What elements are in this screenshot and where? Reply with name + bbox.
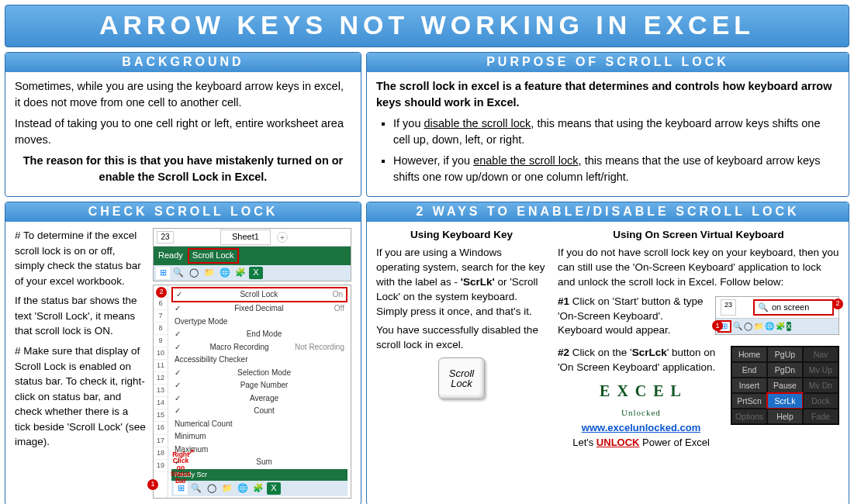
logo-sub: Unlocked (621, 408, 661, 417)
osk-key-pgup: PgUp (767, 347, 803, 362)
context-menu-item: Average (171, 392, 347, 406)
cortana-icon: ◯ (744, 321, 752, 332)
add-sheet-icon: + (277, 232, 288, 243)
search-box: 🔍 on screen (753, 299, 834, 316)
text: Click on 'Start' button & type 'On-Scree… (558, 295, 704, 337)
status-bar-mock: 23 Sheet1 + Ready Scroll Lock ⊞ 🔍 ◯ (153, 228, 351, 281)
text: disable the scroll lock (424, 117, 531, 129)
context-menu-item: Scroll LockOn (171, 287, 347, 303)
osk-key-help: Help (767, 409, 803, 424)
ways-left-title: Using Keyboard Key (376, 228, 547, 243)
check-p3: # Make sure that display of Scroll Lock … (15, 343, 147, 450)
scroll-lock-keycap: Scroll Lock (438, 357, 485, 399)
badge-2: 2 (832, 299, 843, 309)
badge-2: 2 (156, 287, 167, 298)
folder-icon: 📁 (202, 267, 216, 279)
excel-icon: X (787, 322, 791, 332)
ways-right-intro: If you do not have scroll lock key on yo… (558, 246, 839, 290)
brand-url[interactable]: www.excelunlocked.com (558, 421, 724, 435)
search-icon: 🔍 (733, 321, 742, 332)
search-icon: 🔍 (171, 267, 185, 279)
ways-step1: #1 Click on 'Start' button & type 'On-Sc… (558, 295, 709, 339)
status-scroll-lock: Scroll Lock (188, 248, 239, 264)
status-bar: Ready Scr (171, 469, 347, 481)
check-header: CHECK SCROLL LOCK (5, 202, 361, 222)
ways-osk-col: Using On Screen Virtual Keyboard If you … (558, 228, 839, 450)
context-menu-item: Minimum (171, 430, 347, 444)
start-search-mock: 23 🔍 on screen 2 1 ⊞ 🔍 (715, 296, 839, 335)
background-header: BACKGROUND (5, 53, 361, 72)
excel-icon: X (249, 267, 263, 279)
context-menu-item: Macro RecordingNot Recording (171, 341, 347, 354)
context-menu-item: Accessibility Checker (171, 354, 347, 367)
ways-right-title: Using On Screen Virtual Keyboard (558, 228, 839, 243)
row-number: 6 (154, 298, 168, 310)
folder-icon: 📁 (754, 321, 763, 332)
text: 'ScrLk' (461, 276, 495, 288)
status-ready: Ready (158, 250, 183, 262)
ways-left-p1: If you are using a Windows operating sys… (376, 246, 547, 319)
osk-key-insert: Insert (731, 378, 767, 393)
row-number: 18 (154, 447, 168, 460)
text: enable the scroll lock (473, 154, 578, 167)
text: Click on the ' (569, 347, 632, 358)
context-menu-item: Numerical Count (171, 418, 347, 431)
osk-key-options: Options (731, 409, 767, 424)
row-number: 23 (157, 231, 174, 244)
brand-logo: E X C E L Unlocked (558, 380, 724, 421)
background-reason: The reason for this is that you have mis… (15, 153, 351, 185)
brand-tagline: Let's UNLOCK Power of Excel (558, 436, 724, 450)
osk-key-fade: Fade (803, 409, 838, 424)
text: UNLOCK (596, 437, 640, 448)
right-click-label: Right Click on Status Bar (169, 451, 192, 485)
text: #1 (558, 295, 569, 307)
windows-icon: ⊞ (156, 267, 170, 279)
row-num: 23 (721, 299, 736, 316)
context-menu-item: End Mode (171, 328, 347, 341)
row-number: 9 (154, 335, 168, 347)
osk-key-pause: Pause (767, 378, 803, 393)
row-number: 13 (154, 385, 168, 397)
osk-key-mv-up: Mv Up (803, 362, 838, 378)
text: Let's (572, 437, 596, 448)
context-menu-item: Maximum (171, 444, 347, 457)
row-number: 12 (154, 372, 168, 385)
osk-key-mv-dn: Mv Dn (803, 378, 838, 393)
background-p1: Sometimes, while you are using the keybo… (15, 78, 351, 111)
check-p2: If the status bar shows the text 'Scroll… (15, 293, 147, 339)
purpose-li1: If you disable the scroll lock, this mea… (393, 116, 839, 148)
context-menu-item: Selection Mode (171, 367, 347, 380)
purpose-panel: PURPOSE OF SCROLL LOCK The scroll lock i… (366, 52, 849, 197)
edge-icon: 🌐 (218, 267, 232, 279)
badge-1: 1 (712, 320, 723, 331)
taskbar: ⊞🔍◯📁🌐🧩X (171, 481, 347, 496)
text: However, if you (393, 154, 473, 167)
check-panel: CHECK SCROLL LOCK # To determine if the … (5, 202, 361, 504)
row-number: 17 (154, 435, 168, 447)
search-icon: 🔍 (758, 302, 769, 313)
logo-text: E X C E L (600, 382, 683, 399)
row-number: 19 (154, 460, 168, 472)
cortana-icon: ◯ (187, 267, 201, 279)
context-menu-mock: 5678910111213141516171819 2 1 ↗ Right Cl… (153, 285, 351, 499)
context-menu-item: Sum (171, 456, 347, 469)
text: ScrLck (632, 347, 667, 358)
osk-key-dock: Dock (803, 393, 838, 409)
purpose-li2: However, if you enable the scroll lock, … (393, 153, 839, 185)
row-number: 7 (154, 310, 168, 323)
row-number: 8 (154, 323, 168, 335)
osk-key-scrlk: ScrLk (767, 393, 803, 409)
ways-header: 2 WAYS TO ENABLE/DISABLE SCROLL LOCK (367, 202, 849, 222)
background-panel: BACKGROUND Sometimes, while you are usin… (5, 52, 361, 197)
background-p2: Instead of taking you to one cell right … (15, 116, 351, 148)
row-number: 10 (154, 347, 168, 360)
ways-panel: 2 WAYS TO ENABLE/DISABLE SCROLL LOCK Usi… (366, 202, 849, 504)
row-number: 14 (154, 397, 168, 409)
text: #2 (558, 347, 569, 358)
edge-icon: 🌐 (765, 321, 774, 332)
app-icon: 🧩 (776, 321, 785, 332)
text: If you (393, 117, 424, 129)
osk-key-home: Home (731, 347, 767, 362)
purpose-intro: The scroll lock in excel is a feature th… (376, 78, 839, 111)
context-menu-item: Page Number (171, 379, 347, 392)
